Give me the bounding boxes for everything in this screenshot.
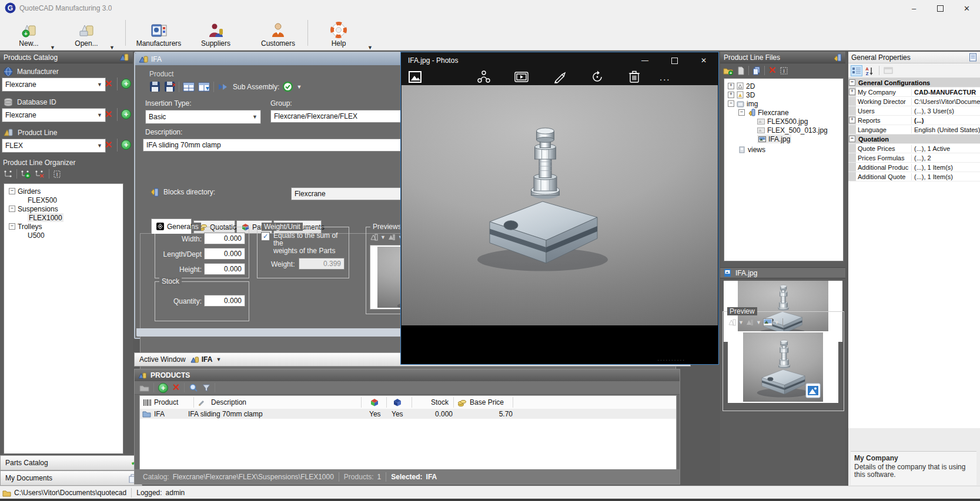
database-delete-button[interactable]: ✕ [105,110,112,119]
sub-assembly-dropdown-arrow[interactable]: ▼ [296,84,302,90]
product-row-ifa[interactable]: IFA IFA sliding 70mm clamp Yes Yes 0.000… [140,409,676,419]
tree-item-flex500jpg[interactable]: FLEX500.jpg [757,117,808,126]
products-catalog-header[interactable]: Products Catalog [0,52,133,63]
category-row[interactable]: −Quotation [848,135,980,144]
col-description[interactable]: Description [211,396,246,409]
organizer-node-icon[interactable] [4,170,13,178]
new-button[interactable]: + New... [12,18,46,48]
organizer-add-icon[interactable]: + [21,170,31,179]
preview-2d-icon[interactable] [370,233,379,241]
customers-button[interactable]: Customers [257,18,299,48]
database-add-button[interactable]: + [121,109,131,119]
height-field[interactable]: 0.000 [204,263,245,275]
property-row[interactable]: +My CompanyCAD-MANUFACTUR [848,88,980,97]
tree-item-ifajpg[interactable]: IFA.jpg [757,135,791,143]
property-row[interactable]: Users(...), 3 User(s) [848,106,980,116]
tree-item-2d[interactable]: + 2D [728,82,755,90]
rotate-icon[interactable] [590,70,604,84]
organizer-rename-icon[interactable]: I [53,170,61,179]
tree-item-img[interactable]: − img [728,99,758,108]
tree-item-u500[interactable]: U500 [28,231,45,240]
col-base-price[interactable]: Base Price [470,396,504,409]
open-button[interactable]: Open... [69,18,103,48]
photos-maximize-button[interactable] [660,52,689,69]
property-row[interactable]: Prices Formulas(...), 2 [848,153,980,163]
filter-icon[interactable] [202,384,210,392]
grid-add-icon[interactable] [198,82,210,92]
weight-sum-checkbox-row[interactable]: ✓ Equals to the sum of the weights of th… [261,232,349,255]
new-dropdown-arrow[interactable]: ▼ [50,45,55,51]
manufacturer-add-button[interactable]: + [121,79,131,89]
property-row[interactable]: Quote Prices(...), 1 Active [848,144,980,153]
copy-files-icon[interactable] [752,66,761,75]
property-row[interactable]: Additional Quote(...), 1 Item(s) [848,172,980,181]
checkbox-checked-icon[interactable]: ✓ [261,232,270,241]
open-dropdown-arrow[interactable]: ▼ [109,45,115,51]
property-pages-icon[interactable] [882,65,894,76]
share-icon[interactable] [476,69,491,85]
parts-catalog-bar[interactable]: Parts Catalog ✔ [0,455,142,470]
organizer-remove-icon[interactable]: ✕ [35,170,45,179]
save-close-icon[interactable]: ✕ [164,81,175,92]
tree-item-flex500[interactable]: FLEX500 [28,196,57,204]
manufacturer-combo[interactable]: Flexcrane▼ [2,78,106,92]
add-folder-icon[interactable]: + [723,66,734,75]
search-icon[interactable] [189,383,198,392]
tree-item-3d[interactable]: + 3D [728,90,755,99]
photos-titlebar[interactable]: IFA.jpg - Photos — ✕ [401,52,718,69]
database-id-combo[interactable]: Flexcrane▼ [2,108,106,122]
photos-close-button[interactable]: ✕ [689,52,718,69]
slideshow-icon[interactable] [514,70,529,83]
rename-file-icon[interactable]: I [780,66,788,75]
property-row[interactable]: Additional Produc(...), 1 Item(s) [848,163,980,172]
preview-3d-icon[interactable] [745,318,754,327]
preview-image-icon[interactable] [763,318,772,326]
sub-assembly-status-icon[interactable] [283,82,293,92]
add-file-icon[interactable] [737,66,745,75]
gallery-icon[interactable] [408,70,422,83]
add-product-button[interactable]: + [158,383,168,393]
quantity-field[interactable]: 0.000 [204,295,245,307]
plf-header[interactable]: Product Line Files [720,52,845,63]
suppliers-button[interactable]: Suppliers [195,18,236,48]
product-line-delete-button[interactable]: ✕ [105,140,112,150]
close-button[interactable]: ✕ [954,0,980,16]
gp-header[interactable]: General Properties [848,52,980,63]
width-field[interactable]: 0.000 [204,233,245,244]
photos-minimize-button[interactable]: — [630,52,660,69]
open-product-icon[interactable] [139,384,149,392]
delete-product-button[interactable]: ✕ [172,383,180,392]
delete-file-button[interactable]: ✕ [768,66,776,75]
tree-item-suspensions[interactable]: −Suspensions [9,204,58,213]
property-row[interactable]: +Reports(...) [848,116,980,125]
property-row[interactable]: Working DirectorC:\Users\Vitor\Documen [848,97,980,106]
product-line-add-button[interactable]: + [121,140,131,150]
col-stock[interactable]: Stock [431,396,449,409]
property-row[interactable]: LanguageEnglish (United States) [848,125,980,135]
tree-item-flexcrane[interactable]: − Flexcrane [738,108,789,117]
product-line-combo[interactable]: FLEX▼ [2,139,106,153]
help-dropdown-arrow[interactable]: ▼ [367,45,373,51]
length-field[interactable]: 0.000 [204,248,245,260]
preview-2d-icon[interactable] [728,318,737,327]
sort-az-icon[interactable]: AZ [864,65,876,76]
help-button[interactable]: Help [322,18,355,48]
delete-icon[interactable] [628,70,641,84]
manufacturer-delete-button[interactable]: ✕ [105,79,112,89]
my-documents-bar[interactable]: My Documents [0,470,142,486]
tree-item-flex500013jpg[interactable]: FLEX_500_013.jpg [757,126,828,135]
col-product[interactable]: Product [154,396,178,409]
minimize-button[interactable]: – [901,0,927,16]
photo-viewer-image[interactable] [402,85,718,325]
categorized-view-icon[interactable] [851,65,862,76]
tab-general[interactable]: General [151,218,192,234]
save-icon[interactable] [149,81,160,92]
grid-view-icon[interactable] [183,82,195,92]
preview-3d-icon[interactable] [387,233,396,241]
maximize-button[interactable] [927,0,954,16]
tree-item-trolleys[interactable]: −Trolleys [9,222,42,231]
tree-item-views[interactable]: views [738,145,765,154]
more-options-button[interactable]: ... [660,72,671,82]
insertion-type-combo[interactable]: Basic▼ [145,110,261,124]
tree-item-flex1000[interactable]: FLEX1000 [28,213,63,222]
